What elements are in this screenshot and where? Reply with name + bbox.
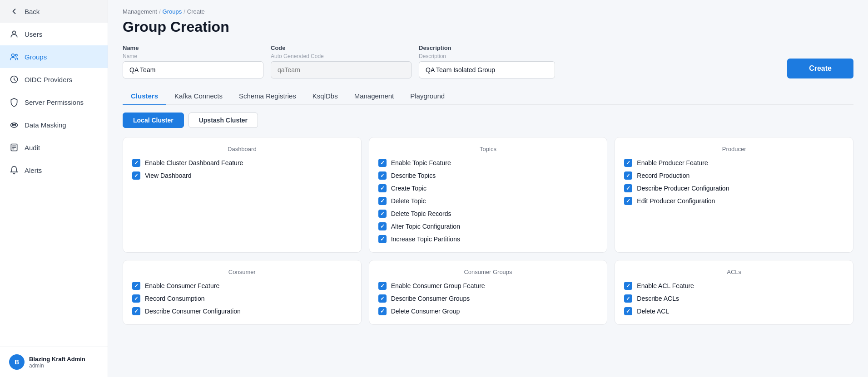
local-cluster-button[interactable]: Local Cluster [123,113,184,128]
tab-schema-registries[interactable]: Schema Registries [231,88,304,105]
checkbox-enable-topic-feature[interactable] [378,159,387,167]
checkbox-enable-producer[interactable] [624,159,632,167]
checkbox-increase-topic-partitions[interactable] [378,235,387,243]
sidebar: Back Users Groups OIDC Providers Server … [0,0,108,377]
checkbox-describe-acls[interactable] [624,294,632,303]
perm-item: Enable Topic Feature [378,159,598,167]
sidebar-item-back-label: Back [25,8,40,15]
upstash-cluster-button[interactable]: Upstash Cluster [188,113,258,128]
checkbox-describe-consumer-config[interactable] [132,307,140,315]
checkbox-delete-topic[interactable] [378,197,387,205]
sidebar-item-groups-label: Groups [25,53,47,61]
sidebar-item-audit[interactable]: Audit [0,136,108,159]
checkbox-describe-topics[interactable] [378,171,387,180]
tab-kafka-connects[interactable]: Kafka Connects [166,88,231,105]
sidebar-item-users-label: Users [25,30,42,38]
sidebar-item-oidc[interactable]: OIDC Providers [0,68,108,91]
acls-card-title: ACLs [624,269,844,275]
sidebar-item-audit-label: Audit [25,144,40,152]
form-row: Name Name Code Auto Generated Code Descr… [123,44,853,78]
sidebar-item-alerts-label: Alerts [25,166,42,174]
perm-item: Describe ACLs [624,294,844,303]
checkbox-edit-producer-config[interactable] [624,197,632,205]
acls-card: ACLs Enable ACL Feature Describe ACLs De… [615,260,853,325]
perm-item: Describe Consumer Configuration [132,307,352,315]
tab-ksqldbs[interactable]: KsqlDbs [304,88,346,105]
checkbox-view-dashboard[interactable] [132,171,140,180]
checkbox-enable-consumer[interactable] [132,282,140,290]
users-icon [9,52,19,62]
sidebar-item-alerts[interactable]: Alerts [0,159,108,181]
perm-label: Increase Topic Partitions [391,235,460,243]
perm-item: Describe Producer Configuration [624,184,844,192]
svg-point-0 [13,31,16,34]
consumer-groups-card: Consumer Groups Enable Consumer Group Fe… [369,260,608,325]
code-label: Code [271,44,412,51]
shield-icon [9,97,19,107]
description-input[interactable] [419,61,555,78]
sidebar-item-back[interactable]: Back [0,0,108,23]
perm-item: View Dashboard [132,171,352,180]
perm-item: Enable Consumer Feature [132,282,352,290]
name-input[interactable] [123,61,263,78]
code-input[interactable] [271,61,412,78]
checkbox-alter-topic[interactable] [378,222,387,230]
producer-card: Producer Enable Producer Feature Record … [615,137,853,253]
perm-item: Enable Producer Feature [624,159,844,167]
sidebar-item-data-masking-label: Data Masking [25,121,66,129]
perm-item: Delete ACL [624,307,844,315]
perm-label: Enable Consumer Group Feature [391,282,485,289]
perm-label: Enable Cluster Dashboard Feature [145,159,243,166]
sidebar-item-server-permissions-label: Server Permissions [25,98,84,106]
create-button[interactable]: Create [787,59,853,78]
perm-label: Delete ACL [637,308,669,315]
perm-label: Enable Producer Feature [637,159,708,166]
tab-playground[interactable]: Playground [402,88,453,105]
checkbox-describe-consumer-groups[interactable] [378,294,387,303]
dashboard-card: Dashboard Enable Cluster Dashboard Featu… [123,137,362,253]
svg-point-2 [15,54,17,56]
checkbox-describe-producer-config[interactable] [624,184,632,192]
checkbox-record-production[interactable] [624,171,632,180]
main-content: Management / Groups / Create Group Creat… [108,0,868,377]
perm-item: Delete Topic Records [378,210,598,218]
perm-label: Describe Producer Configuration [637,185,729,192]
arrow-left-icon [9,6,19,16]
sidebar-item-data-masking[interactable]: Data Masking [0,113,108,136]
perm-label: Describe Consumer Configuration [145,308,241,315]
bell-icon [9,165,19,175]
user-name: Blazing Kraft Admin [29,356,85,362]
audit-icon [9,142,19,152]
user-profile: B Blazing Kraft Admin admin [0,347,108,377]
dashboard-card-title: Dashboard [132,146,352,152]
tab-management[interactable]: Management [346,88,402,105]
perm-label: Edit Producer Configuration [637,197,715,205]
perm-item: Describe Topics [378,171,598,180]
tab-clusters[interactable]: Clusters [123,88,166,105]
breadcrumb-management: Management [123,8,157,15]
perm-label: Delete Consumer Group [391,308,460,315]
code-sublabel: Auto Generated Code [271,53,412,59]
checkbox-delete-acl[interactable] [624,307,632,315]
checkbox-create-topic[interactable] [378,184,387,192]
perm-label: View Dashboard [145,172,191,179]
checkbox-enable-cluster-dashboard[interactable] [132,159,140,167]
checkbox-record-consumption[interactable] [132,294,140,303]
perm-label: Delete Topic Records [391,210,451,217]
checkbox-enable-consumer-group[interactable] [378,282,387,290]
description-label: Description [419,44,555,51]
svg-point-1 [12,54,15,57]
checkbox-enable-acl[interactable] [624,282,632,290]
perm-item: Enable Cluster Dashboard Feature [132,159,352,167]
perm-item: Record Consumption [132,294,352,303]
topics-card: Topics Enable Topic Feature Describe Top… [369,137,608,253]
sidebar-item-groups[interactable]: Groups [0,45,108,68]
sidebar-item-server-permissions[interactable]: Server Permissions [0,91,108,113]
perm-item: Delete Consumer Group [378,307,598,315]
breadcrumb-groups[interactable]: Groups [163,8,182,15]
checkbox-delete-consumer-group[interactable] [378,307,387,315]
consumer-card: Consumer Enable Consumer Feature Record … [123,260,362,325]
sidebar-item-users[interactable]: Users [0,23,108,45]
checkbox-delete-topic-records[interactable] [378,210,387,218]
name-label: Name [123,44,263,51]
